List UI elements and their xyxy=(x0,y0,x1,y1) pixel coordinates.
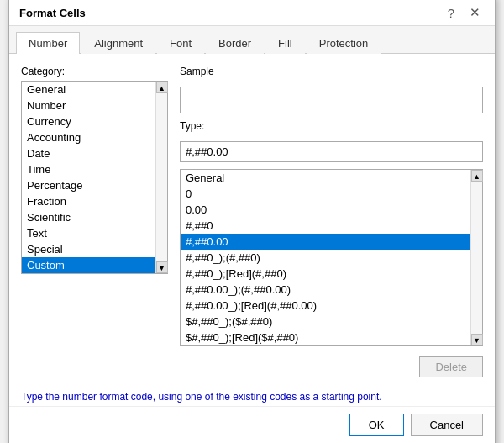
title-bar: Format Cells ? ✕ xyxy=(9,0,495,26)
category-scientific[interactable]: Scientific xyxy=(22,209,155,225)
tab-content: Category: General Number Currency Accoun… xyxy=(9,54,495,386)
category-text[interactable]: Text xyxy=(22,225,155,241)
format-accounting-3[interactable]: #,##0.00_);(#,##0.00) xyxy=(181,282,470,298)
category-label: Category: xyxy=(21,66,168,77)
format-accounting-2[interactable]: #,##0_);[Red](#,##0) xyxy=(181,266,470,282)
tab-alignment[interactable]: Alignment xyxy=(81,32,155,54)
format-hash-0[interactable]: #,##0 xyxy=(181,218,470,234)
sample-box xyxy=(180,87,483,113)
sample-label: Sample xyxy=(180,66,483,77)
category-general[interactable]: General xyxy=(22,82,155,98)
category-accounting[interactable]: Accounting xyxy=(22,129,155,145)
tab-border[interactable]: Border xyxy=(206,32,264,54)
format-accounting-4[interactable]: #,##0.00_);[Red](#,##0.00) xyxy=(181,298,470,314)
category-custom[interactable]: Custom xyxy=(22,257,155,273)
delete-button[interactable]: Delete xyxy=(419,356,483,377)
type-input[interactable] xyxy=(180,141,483,162)
category-scrollbar[interactable]: ▲ ▼ xyxy=(155,82,167,273)
delete-row: Delete xyxy=(180,356,483,377)
category-panel: Category: General Number Currency Accoun… xyxy=(21,66,168,377)
footer: OK Cancel xyxy=(9,406,495,443)
format-hash-0.00[interactable]: #,##0.00 xyxy=(181,234,470,250)
format-cells-dialog: Format Cells ? ✕ Number Alignment Font B… xyxy=(8,0,496,443)
hint-text: Type the number format code, using one o… xyxy=(9,386,495,406)
format-list: General 0 0.00 #,##0 #,##0.00 #,##0_);(#… xyxy=(181,170,470,345)
tab-protection[interactable]: Protection xyxy=(307,32,381,54)
format-general[interactable]: General xyxy=(181,170,470,186)
format-0[interactable]: 0 xyxy=(181,186,470,202)
category-list-container: General Number Currency Accounting Date … xyxy=(21,81,168,274)
help-button[interactable]: ? xyxy=(444,4,459,22)
format-dollar-1[interactable]: $#,##0_);($#,##0) xyxy=(181,314,470,330)
cancel-button[interactable]: Cancel xyxy=(411,414,483,436)
category-time[interactable]: Time xyxy=(22,161,155,177)
category-special[interactable]: Special xyxy=(22,241,155,257)
category-fraction[interactable]: Fraction xyxy=(22,193,155,209)
tab-fill[interactable]: Fill xyxy=(265,32,305,54)
type-label: Type: xyxy=(180,120,483,132)
dialog-title: Format Cells xyxy=(19,7,86,19)
tab-number[interactable]: Number xyxy=(16,32,80,54)
format-dollar-2[interactable]: $#,##0_);[Red]($#,##0) xyxy=(181,330,470,345)
format-panel: Sample Type: General 0 0.00 #,##0 #,##0.… xyxy=(180,66,483,377)
format-0.00[interactable]: 0.00 xyxy=(181,202,470,218)
category-percentage[interactable]: Percentage xyxy=(22,177,155,193)
ok-button[interactable]: OK xyxy=(349,414,404,436)
format-accounting-1[interactable]: #,##0_);(#,##0) xyxy=(181,250,470,266)
category-currency[interactable]: Currency xyxy=(22,113,155,129)
tab-font[interactable]: Font xyxy=(157,32,204,54)
title-bar-buttons: ? ✕ xyxy=(444,3,485,22)
category-list: General Number Currency Accounting Date … xyxy=(22,82,155,273)
category-number[interactable]: Number xyxy=(22,98,155,113)
format-scrollbar[interactable]: ▲ ▼ xyxy=(470,170,482,345)
format-list-container: General 0 0.00 #,##0 #,##0.00 #,##0_);(#… xyxy=(180,169,483,346)
tab-bar: Number Alignment Font Border Fill Protec… xyxy=(9,26,495,54)
close-button[interactable]: ✕ xyxy=(465,3,485,22)
category-date[interactable]: Date xyxy=(22,145,155,161)
